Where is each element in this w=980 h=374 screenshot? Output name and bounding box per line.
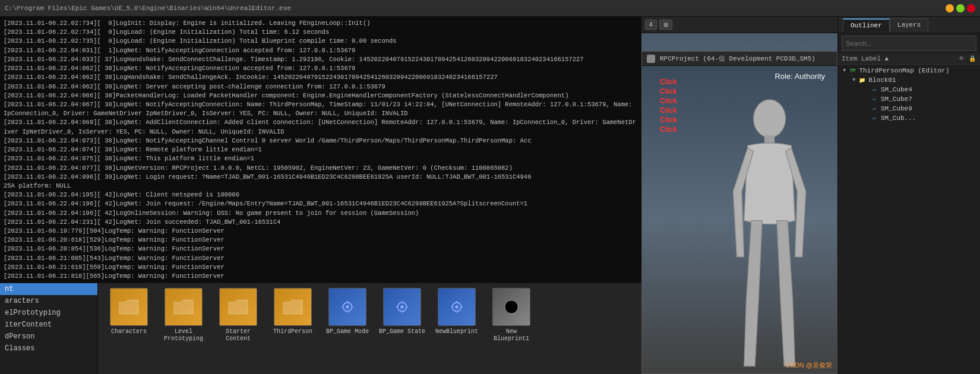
tree-arrow-icon[interactable]: ▼ (852, 77, 855, 83)
content-sidebar-item[interactable]: elPrototyping (0, 307, 97, 319)
asset-icon (274, 288, 312, 326)
asset-item[interactable]: New Blueprint1 (488, 288, 535, 343)
tree-item-label: SM_Cub... (881, 115, 976, 122)
minimize-button[interactable] (946, 4, 954, 12)
content-sidebar: ntaracterselPrototypingiterContentdPerso… (0, 283, 98, 374)
outliner-search-input[interactable] (842, 36, 976, 51)
svg-point-20 (753, 100, 785, 138)
tree-type-icon: ▱ (870, 95, 878, 103)
content-main: CharactersLevel PrototypingStarter Conte… (98, 283, 641, 374)
viewport-btn-4[interactable]: 4 (645, 20, 657, 30)
asset-item[interactable]: Starter Content (214, 288, 262, 343)
close-button[interactable] (967, 4, 975, 12)
tree-item[interactable]: ▱SM_Cub... (838, 113, 980, 123)
asset-label: New Blueprint1 (488, 328, 535, 343)
svg-point-17 (455, 305, 459, 309)
watermark: CSDN @吴俊荣 (786, 361, 832, 370)
click-labels: ClickClickClickClickClickClick (660, 78, 677, 134)
outliner-tab-outliner[interactable]: Outliner (843, 18, 890, 31)
outliner-search-row (838, 33, 980, 53)
outliner-tree: ▼🗺ThirdPersonMap (Editor)▼📁Block01▱SM_Cu… (838, 65, 980, 374)
outliner-col-label: Item Label ▲ (842, 55, 957, 62)
main-layout: [2023.11.01-06.22.02:734][ 0]LogInit: Di… (0, 17, 980, 374)
tree-type-icon: ▱ (870, 114, 878, 122)
content-sidebar-item[interactable]: dPerson (0, 331, 97, 343)
asset-item[interactable]: Level Prototyping (160, 288, 207, 343)
viewport-4-label: 4 (649, 21, 653, 28)
eye-icon: 👁 (957, 55, 966, 63)
asset-icon (110, 288, 148, 326)
asset-icon (328, 288, 366, 326)
grid-icon: ⊞ (663, 21, 668, 28)
click-label: Click (660, 106, 677, 115)
viewport-content[interactable]: RPCProject (64-位 Development PCD3D_SM5) … (641, 33, 837, 374)
svg-point-11 (400, 305, 404, 309)
tree-item-label: SM_Cube4 (881, 86, 976, 93)
asset-icon (492, 288, 530, 326)
lock-icon: 🔒 (968, 55, 976, 63)
tree-type-icon: 📁 (858, 76, 866, 84)
right-panel: 4 ⊞ RPCProject (64-位 Development PCD3D_S… (641, 17, 980, 374)
asset-icon (438, 288, 476, 326)
asset-label: Characters (111, 328, 147, 335)
asset-item[interactable]: ThirdPerson (269, 288, 317, 335)
click-label: Click (660, 125, 677, 134)
asset-label: Starter Content (214, 328, 262, 343)
tree-item[interactable]: ▼🗺ThirdPersonMap (Editor) (838, 66, 980, 75)
click-label: Click (660, 87, 677, 96)
tree-type-icon: 🗺 (848, 66, 856, 75)
content-sidebar-item[interactable]: iterContent (0, 319, 97, 331)
asset-label: BP_Game Mode (326, 328, 369, 335)
asset-item[interactable]: BP_Game State (378, 288, 426, 335)
asset-label: NewBlueprint (435, 328, 478, 335)
outliner-panel: OutlinerLayers Item Label ▲ 👁 🔒 ▼🗺ThirdP… (837, 17, 980, 374)
content-sidebar-item[interactable]: Classes (0, 343, 97, 354)
viewport-grid-btn[interactable]: ⊞ (659, 20, 672, 30)
tree-item[interactable]: ▱SM_Cube7 (838, 94, 980, 104)
click-label: Click (660, 78, 677, 86)
content-sidebar-item[interactable]: nt (0, 283, 97, 295)
asset-item[interactable]: BP_Game Mode (324, 288, 371, 335)
title-bar: C:\Program Files\Epic Games\UE_5.0\Engin… (0, 0, 980, 17)
outliner-col-icons: 👁 🔒 (957, 55, 976, 63)
outliner-tab-layers[interactable]: Layers (890, 18, 929, 31)
tree-item[interactable]: ▱SM_Cube9 (838, 104, 980, 113)
tree-item[interactable]: ▱SM_Cube4 (838, 85, 980, 94)
tree-item-label: Block01 (868, 77, 976, 84)
content-browser: ntaracterselPrototypingiterContentdPerso… (0, 282, 641, 374)
maximize-button[interactable] (956, 4, 965, 12)
tree-item-label: SM_Cube9 (881, 105, 976, 112)
content-sidebar-item[interactable]: aracters (0, 295, 97, 307)
window-controls[interactable] (946, 4, 975, 12)
role-label: Role: Authority (774, 72, 825, 81)
asset-icon (383, 288, 421, 326)
asset-label: Level Prototyping (160, 328, 207, 343)
asset-label: BP_Game State (379, 328, 425, 335)
console-area: [2023.11.01-06.22.02:734][ 0]LogInit: Di… (0, 17, 641, 374)
asset-item[interactable]: Characters (105, 288, 153, 335)
popup-body: ClickClickClickClickClickClick Role: Aut… (642, 66, 837, 373)
click-label: Click (660, 97, 677, 105)
asset-icon (165, 288, 203, 326)
tree-type-icon: ▱ (870, 85, 878, 94)
tree-item[interactable]: ▼📁Block01 (838, 75, 980, 85)
popup-title-bar: RPCProject (64-位 Development PCD3D_SM5) (642, 52, 837, 66)
asset-item[interactable]: NewBlueprint (433, 288, 480, 335)
title-path: C:\Program Files\Epic Games\UE_5.0\Engin… (5, 5, 946, 12)
character-figure (726, 97, 813, 373)
log-output: [2023.11.01-06.22.02:734][ 0]LogInit: Di… (0, 17, 641, 282)
viewport-area: 4 ⊞ RPCProject (64-位 Development PCD3D_S… (641, 17, 837, 374)
tree-item-label: ThirdPersonMap (Editor) (859, 67, 976, 74)
rpcproject-popup: RPCProject (64-位 Development PCD3D_SM5) … (641, 51, 837, 374)
outliner-tabs: OutlinerLayers (843, 18, 928, 31)
outliner-col-header: Item Label ▲ 👁 🔒 (838, 53, 980, 65)
viewport-toolbar: 4 ⊞ (641, 17, 837, 33)
popup-title: RPCProject (64-位 Development PCD3D_SM5) (660, 54, 815, 63)
tree-arrow-icon[interactable]: ▼ (843, 68, 846, 74)
click-label: Click (660, 116, 677, 124)
model-view: ClickClickClickClickClickClick Role: Aut… (642, 66, 837, 373)
outliner-header: OutlinerLayers (838, 17, 980, 33)
tree-type-icon: ▱ (870, 104, 878, 113)
asset-label: ThirdPerson (273, 328, 312, 335)
popup-app-icon (647, 55, 655, 63)
